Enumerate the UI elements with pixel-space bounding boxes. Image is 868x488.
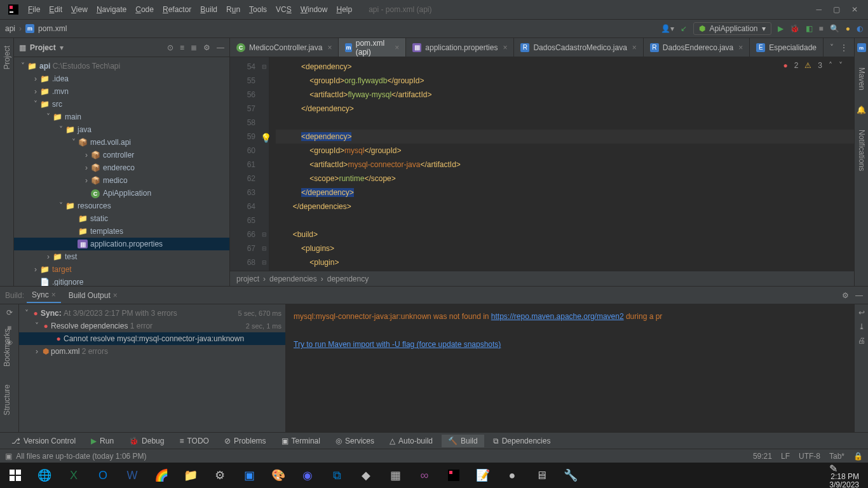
maven-repo-link[interactable]: https://repo.maven.apache.org/maven2 [491, 312, 624, 321]
tab-medico-controller[interactable]: CMedicoController.java× [230, 38, 339, 57]
line-ending[interactable]: LF [781, 452, 790, 461]
tab-especialidade[interactable]: EEspecialidade [750, 38, 824, 57]
force-update-link[interactable]: Try to run Maven import with -U flag (fo… [294, 340, 501, 349]
tool-windows-toggle[interactable]: ▣ [5, 452, 12, 461]
crumb-item[interactable]: project [236, 274, 259, 283]
print-icon[interactable]: 🖨 [858, 336, 865, 345]
run-config-selector[interactable]: ⬢ ApiApplication ▾ [693, 22, 771, 35]
menu-edit[interactable]: Edit [45, 3, 66, 17]
tw-terminal[interactable]: ▣Terminal [275, 435, 327, 447]
taskbar-outlook[interactable]: O [90, 463, 116, 488]
build-error-selected[interactable]: Cannot resolve mysql:mysql-connector-jav… [64, 334, 244, 343]
close-icon[interactable]: × [738, 43, 743, 52]
crumb-item[interactable]: dependencies [269, 274, 317, 283]
taskbar-zoom[interactable]: ▣ [236, 463, 262, 488]
collapse-icon[interactable]: ≣ [191, 43, 197, 52]
side-structure[interactable]: Structure [3, 382, 11, 418]
tree-item[interactable]: med.voll.api [90, 138, 131, 147]
scroll-end-icon[interactable]: ⤓ [858, 322, 865, 331]
soft-wrap-icon[interactable]: ↩ [858, 308, 865, 317]
more-icon[interactable]: ⋮ [840, 43, 848, 52]
hide-icon[interactable]: — [855, 291, 863, 300]
tw-problems[interactable]: ⊘Problems [218, 435, 273, 447]
taskbar-app5[interactable]: 🖥 [529, 463, 554, 488]
taskbar-app3[interactable]: 📝 [470, 463, 496, 488]
tw-build[interactable]: 🔨Build [442, 435, 484, 447]
tab-app-properties[interactable]: ▦application.properties× [406, 38, 514, 57]
menu-navigate[interactable]: Navigate [93, 3, 130, 17]
run-button[interactable]: ▶ [778, 24, 783, 33]
tree-item[interactable]: .mvn [52, 87, 69, 96]
tree-item[interactable]: src [52, 100, 62, 109]
panel-settings-icon[interactable]: ⚙ [203, 43, 210, 52]
menu-file[interactable]: File [24, 3, 44, 17]
menu-build[interactable]: Build [196, 3, 221, 17]
tw-todo[interactable]: ≡TODO [173, 435, 215, 447]
encoding[interactable]: UTF-8 [799, 452, 820, 461]
settings-icon[interactable]: ⚙ [842, 291, 849, 300]
taskbar-chrome[interactable]: 🌈 [149, 463, 174, 488]
taskbar-app2[interactable]: ◆ [353, 463, 379, 488]
tree-item[interactable]: endereco [103, 163, 135, 172]
tree-root[interactable]: api [39, 62, 50, 71]
tree-item[interactable]: main [65, 112, 81, 121]
taskbar-vscode[interactable]: ⧉ [324, 463, 349, 488]
close-button[interactable]: ✕ [851, 5, 858, 14]
stop-button[interactable]: ■ [819, 24, 824, 33]
caret-position[interactable]: 59:21 [753, 452, 772, 461]
close-icon[interactable]: × [632, 43, 637, 52]
tree-item[interactable]: resources [78, 201, 111, 210]
breadcrumb-file[interactable]: pom.xml [38, 24, 67, 33]
taskbar-explorer[interactable]: 📁 [178, 463, 203, 488]
menu-window[interactable]: Window [297, 3, 332, 17]
locate-icon[interactable]: ⊙ [167, 43, 173, 52]
tree-item[interactable]: .gitignore [52, 278, 83, 286]
side-project[interactable]: Project [3, 43, 11, 72]
tw-run[interactable]: ▶Run [85, 435, 120, 447]
expand-icon[interactable]: ≡ [180, 43, 184, 52]
chevron-up-icon[interactable]: ˄ [829, 61, 832, 70]
minimize-button[interactable]: ─ [816, 5, 822, 14]
build-output-tab[interactable]: Build Output× [64, 288, 123, 302]
indent-setting[interactable]: Tab* [829, 452, 844, 461]
vcs-update-icon[interactable]: ↙ [681, 24, 687, 33]
tw-autobuild[interactable]: △Auto-build [383, 435, 439, 447]
build-output[interactable]: mysql:mysql-connector-java:jar:unknown w… [286, 304, 854, 432]
tw-version-control[interactable]: ⎇Version Control [5, 435, 82, 447]
tab-pom-xml[interactable]: mpom.xml (api)× [339, 38, 406, 57]
build-tree[interactable]: ˅●Sync: At 3/9/2023 2:17 PM with 3 error… [19, 304, 286, 432]
tree-item[interactable]: target [52, 265, 72, 274]
taskbar-epic[interactable]: ▦ [383, 463, 408, 488]
tab-dados-cadastro[interactable]: RDadosCadastroMedico.java× [514, 38, 643, 57]
close-icon[interactable]: × [113, 291, 118, 300]
taskbar-app6[interactable]: 🔧 [558, 463, 583, 488]
fold-gutter[interactable]: ⊟⊟⊟⊟⊟ [259, 57, 269, 271]
taskbar-app4[interactable]: ● [499, 463, 525, 488]
tree-item[interactable]: medico [103, 176, 128, 185]
maven-stripe-icon[interactable]: m [857, 43, 866, 52]
notifications-icon[interactable]: 🔔 [857, 105, 866, 114]
tree-item[interactable]: controller [103, 151, 134, 159]
menu-code[interactable]: Code [132, 3, 158, 17]
chevron-down-icon[interactable]: ▾ [60, 43, 64, 52]
search-icon[interactable]: 🔍 [830, 24, 839, 33]
close-icon[interactable]: × [503, 43, 507, 52]
coverage-button[interactable]: ◧ [806, 24, 813, 33]
user-icon[interactable]: 👤▾ [661, 24, 674, 33]
taskbar-intellij[interactable] [441, 463, 466, 488]
tree-item[interactable]: ApiApplication [103, 189, 151, 198]
side-maven[interactable]: Maven [857, 65, 866, 93]
tw-services[interactable]: ◎Services [329, 435, 381, 447]
tree-item-selected[interactable]: application.properties [90, 240, 163, 248]
debug-button[interactable]: 🐞 [790, 24, 799, 33]
code-editor[interactable]: 545556575859606162636465666768 ⊟⊟⊟⊟⊟ <de… [230, 57, 854, 271]
tree-item[interactable]: java [78, 125, 92, 134]
tree-item[interactable]: .idea [52, 74, 69, 83]
tw-debug[interactable]: 🐞Debug [123, 435, 170, 447]
taskbar-edge[interactable]: 🌐 [32, 463, 57, 488]
menu-vcs[interactable]: VCS [272, 3, 295, 17]
code-content[interactable]: <dependency> <groupId>org.flywaydb</grou… [269, 57, 854, 271]
settings-sync-icon[interactable]: ◐ [857, 24, 863, 33]
tab-dados-endereco[interactable]: RDadosEndereco.java× [644, 38, 750, 57]
tw-dependencies[interactable]: ⧉Dependencies [487, 435, 557, 447]
